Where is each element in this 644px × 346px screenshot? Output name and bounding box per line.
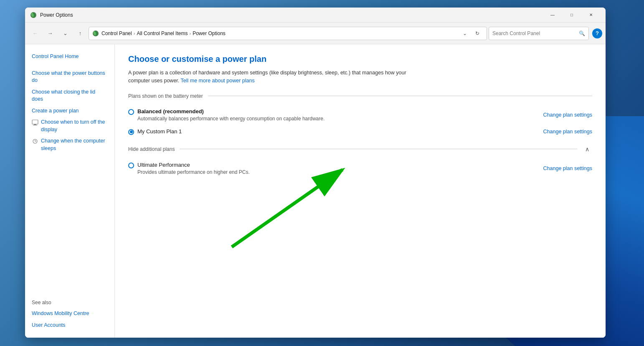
plan-radio-area-custom: My Custom Plan 1 (128, 128, 543, 135)
plan-desc-balanced: Automatically balances performance with … (137, 116, 325, 122)
back-button[interactable]: ← (28, 27, 42, 40)
search-box[interactable]: 🔍 (489, 27, 589, 40)
plan-radio-custom[interactable] (128, 129, 134, 135)
change-plan-link-balanced[interactable]: Change plan settings (543, 112, 592, 118)
content-area: Choose or customise a power plan A power… (115, 44, 606, 338)
sidebar: Control Panel Home Choose what the power… (25, 44, 115, 338)
window-icon (30, 12, 37, 18)
address-icon (92, 30, 99, 37)
svg-rect-6 (32, 120, 38, 124)
window-title: Power Options (40, 12, 543, 18)
collapse-button[interactable]: ∧ (582, 144, 592, 154)
up-button[interactable]: ↑ (74, 27, 87, 40)
svg-line-11 (232, 170, 342, 247)
path-power-options[interactable]: Power Options (193, 31, 226, 36)
window-controls: — □ ✕ (543, 8, 601, 23)
plan-radio-area-balanced: Balanced (recommended) Automatically bal… (128, 108, 543, 122)
display-icon (32, 119, 38, 126)
sidebar-item-create-plan[interactable]: Create a power plan (25, 105, 114, 117)
plan-radio-balanced[interactable] (128, 109, 134, 115)
sidebar-item-mobility[interactable]: Windows Mobility Centre (25, 308, 114, 320)
sidebar-see-also: See also Windows Mobility Centre User Ac… (25, 291, 114, 331)
plan-radio-ultimate[interactable] (128, 163, 134, 168)
search-input[interactable] (492, 31, 576, 36)
sleep-icon (32, 138, 38, 145)
address-bar[interactable]: Control Panel › All Control Panel Items … (89, 27, 487, 40)
forward-button[interactable]: → (43, 27, 57, 40)
recent-locations-button[interactable]: ⌄ (58, 27, 72, 40)
svg-rect-7 (34, 124, 36, 125)
sidebar-nav: Choose what the power buttons do Choose … (25, 68, 114, 155)
sidebar-item-lid[interactable]: Choose what closing the lid does (25, 86, 114, 105)
main-area: Control Panel Home Choose what the power… (25, 44, 606, 338)
plans-section-label: Plans shown on the battery meter (128, 93, 203, 99)
maximize-button[interactable]: □ (562, 8, 581, 23)
additional-plans-header: Hide additional plans ∧ (128, 144, 592, 154)
additional-plans-label: Hide additional plans (128, 146, 175, 152)
plan-info-custom: My Custom Plan 1 (137, 128, 182, 135)
help-button[interactable]: ? (592, 28, 602, 38)
page-description: A power plan is a collection of hardware… (128, 69, 412, 85)
plan-name-custom: My Custom Plan 1 (137, 128, 182, 135)
plan-radio-area-ultimate: Ultimate Performance Provides ultimate p… (128, 162, 543, 175)
sidebar-item-power-buttons[interactable]: Choose what the power buttons do (25, 68, 114, 86)
refresh-button[interactable]: ↻ (472, 28, 483, 39)
plan-row-ultimate: Ultimate Performance Provides ultimate p… (128, 159, 592, 178)
additional-plans-divider (180, 149, 577, 149)
sidebar-item-home[interactable]: Control Panel Home (25, 51, 114, 63)
path-all-items[interactable]: All Control Panel Items (137, 31, 188, 36)
plans-section-header: Plans shown on the battery meter (128, 93, 592, 99)
plan-desc-ultimate: Provides ultimate performance on higher … (137, 169, 250, 175)
title-bar: Power Options — □ ✕ (25, 8, 606, 23)
address-bar-row: ← → ⌄ ↑ Control Panel › All Control Pane… (25, 23, 606, 44)
see-also-label: See also (25, 291, 114, 308)
svg-rect-8 (33, 125, 37, 125)
address-bar-actions: ⌄ ↻ (459, 28, 483, 39)
change-plan-link-ultimate[interactable]: Change plan settings (543, 165, 592, 171)
sidebar-item-display[interactable]: Choose when to turn off the display (25, 117, 114, 135)
sidebar-item-accounts[interactable]: User Accounts (25, 320, 114, 331)
address-path: Control Panel › All Control Panel Items … (101, 31, 456, 36)
plan-info-balanced: Balanced (recommended) Automatically bal… (137, 108, 325, 122)
sidebar-item-sleep[interactable]: Change when the computer sleeps (25, 135, 114, 154)
plan-row-custom: My Custom Plan 1 Change plan settings (128, 126, 592, 137)
close-button[interactable]: ✕ (581, 8, 601, 23)
change-plan-link-custom[interactable]: Change plan settings (543, 129, 592, 135)
plan-name-balanced: Balanced (recommended) (137, 108, 325, 114)
address-dropdown-button[interactable]: ⌄ (459, 28, 471, 39)
minimize-button[interactable]: — (543, 8, 562, 23)
search-icon: 🔍 (579, 31, 585, 36)
path-control-panel[interactable]: Control Panel (101, 31, 132, 36)
page-title: Choose or customise a power plan (128, 54, 592, 64)
plan-row-balanced: Balanced (recommended) Automatically bal… (128, 106, 592, 124)
main-window: Power Options — □ ✕ ← → ⌄ ↑ Control Pane… (25, 8, 606, 338)
plan-info-ultimate: Ultimate Performance Provides ultimate p… (137, 162, 250, 175)
plan-name-ultimate: Ultimate Performance (137, 162, 250, 168)
learn-more-link[interactable]: Tell me more about power plans (181, 78, 255, 84)
plans-divider (208, 96, 592, 96)
